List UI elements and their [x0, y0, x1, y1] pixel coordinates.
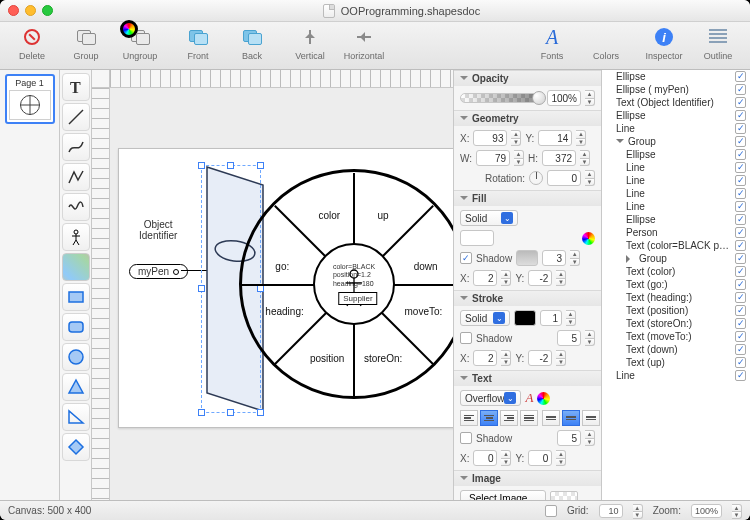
stepper[interactable]: ▲▼ [501, 270, 511, 286]
outline-row[interactable]: Ellipse✓ [602, 213, 750, 226]
select-image-button[interactable]: Select Image… [460, 490, 546, 500]
align-vertical-button[interactable]: Vertical [288, 24, 332, 61]
stepper[interactable]: ▲▼ [585, 430, 595, 446]
colors-button[interactable]: Colors [584, 24, 628, 61]
stroke-mode-dropdown[interactable]: Solid⌄ [460, 310, 510, 326]
visibility-checkbox[interactable]: ✓ [735, 162, 746, 173]
resize-handle[interactable] [257, 409, 264, 416]
disclosure-triangle-icon[interactable] [626, 255, 634, 263]
v-align-segmented[interactable] [542, 410, 600, 426]
stroke-shadow-x[interactable]: 2 [473, 350, 497, 366]
outline-row[interactable]: Ellipse✓ [602, 70, 750, 83]
resize-handle[interactable] [227, 409, 234, 416]
bezier-tool[interactable] [62, 133, 90, 161]
outline-row[interactable]: Text (storeOn:)✓ [602, 317, 750, 330]
shadow-color-swatch[interactable] [516, 250, 538, 266]
stroke-shadow-blur[interactable]: 5 [557, 330, 581, 346]
stepper[interactable]: ▲▼ [585, 170, 595, 186]
traffic-lights[interactable] [8, 5, 53, 16]
text-shadow-blur[interactable]: 5 [557, 430, 581, 446]
geom-h[interactable]: 372 [542, 150, 576, 166]
resize-handle[interactable] [198, 285, 205, 292]
shadow-y[interactable]: -2 [528, 270, 552, 286]
zoom-value[interactable]: 100% [691, 504, 722, 518]
stepper[interactable]: ▲▼ [501, 350, 511, 366]
fill-shadow-checkbox[interactable]: ✓ [460, 252, 472, 264]
visibility-checkbox[interactable]: ✓ [735, 357, 746, 368]
person-tool[interactable] [62, 223, 90, 251]
visibility-checkbox[interactable]: ✓ [735, 214, 746, 225]
stepper[interactable]: ▲▼ [556, 270, 566, 286]
geom-x[interactable]: 93 [473, 130, 507, 146]
fill-mode-dropdown[interactable]: Solid⌄ [460, 210, 518, 226]
text-shadow-checkbox[interactable] [460, 432, 472, 444]
visibility-checkbox[interactable]: ✓ [735, 97, 746, 108]
visibility-checkbox[interactable]: ✓ [735, 344, 746, 355]
outline-button[interactable]: Outline [696, 24, 740, 61]
rect-tool[interactable] [62, 283, 90, 311]
outline-row[interactable]: Text (position)✓ [602, 304, 750, 317]
outline-row[interactable]: Text (color=BLACK posit…✓ [602, 239, 750, 252]
visibility-checkbox[interactable]: ✓ [735, 370, 746, 381]
stroke-width[interactable]: 1 [540, 310, 562, 326]
diamond-tool[interactable] [62, 433, 90, 461]
section-header-stroke[interactable]: Stroke [454, 291, 601, 306]
stepper[interactable]: ▲▼ [556, 450, 566, 466]
outline-row[interactable]: Line✓ [602, 187, 750, 200]
ruler-vertical[interactable] [92, 88, 110, 500]
visibility-checkbox[interactable]: ✓ [735, 240, 746, 251]
line-tool[interactable] [62, 103, 90, 131]
stroke-color-swatch[interactable] [514, 310, 536, 326]
visibility-checkbox[interactable]: ✓ [735, 318, 746, 329]
visibility-checkbox[interactable]: ✓ [735, 253, 746, 264]
inspector-button[interactable]: i Inspector [642, 24, 686, 61]
stepper[interactable]: ▲▼ [576, 130, 586, 146]
visibility-checkbox[interactable]: ✓ [735, 110, 746, 121]
section-header-image[interactable]: Image [454, 471, 601, 486]
zoom-window-icon[interactable] [42, 5, 53, 16]
visibility-checkbox[interactable]: ✓ [735, 71, 746, 82]
outline-row[interactable]: Line✓ [602, 122, 750, 135]
outline-row[interactable]: Ellipse✓ [602, 109, 750, 122]
front-button[interactable]: Front [176, 24, 220, 61]
outline-row[interactable]: Text (go:)✓ [602, 278, 750, 291]
section-header-geometry[interactable]: Geometry [454, 111, 601, 126]
shadow-x[interactable]: 2 [473, 270, 497, 286]
grid-checkbox[interactable] [545, 505, 557, 517]
stepper[interactable]: ▲▼ [556, 350, 566, 366]
outline-row[interactable]: Line✓ [602, 369, 750, 382]
section-header-fill[interactable]: Fill [454, 191, 601, 206]
stepper[interactable]: ▲▼ [570, 250, 580, 266]
outline-row[interactable]: Ellipse ( myPen)✓ [602, 83, 750, 96]
outline-row[interactable]: Line✓ [602, 161, 750, 174]
visibility-checkbox[interactable]: ✓ [735, 292, 746, 303]
opacity-slider[interactable] [460, 93, 543, 103]
ruler-horizontal[interactable] [110, 70, 453, 88]
visibility-checkbox[interactable]: ✓ [735, 123, 746, 134]
visibility-checkbox[interactable]: ✓ [735, 149, 746, 160]
rotation-dial[interactable] [529, 171, 543, 185]
fonts-icon[interactable]: A [525, 390, 533, 406]
freehand-tool[interactable] [62, 193, 90, 221]
resize-handle[interactable] [257, 162, 264, 169]
triangle-tool[interactable] [62, 373, 90, 401]
visibility-checkbox[interactable]: ✓ [735, 84, 746, 95]
stepper[interactable]: ▲▼ [511, 130, 521, 146]
page-thumb-1[interactable]: Page 1 [5, 74, 55, 124]
artboard[interactable]: Object Identifier myPen [118, 148, 453, 428]
stepper[interactable]: ▲▼ [580, 150, 590, 166]
visibility-checkbox[interactable]: ✓ [735, 136, 746, 147]
outline-row[interactable]: Text (down)✓ [602, 343, 750, 356]
grid-stepper[interactable]: ▲▼ [633, 504, 643, 518]
fonts-button[interactable]: A Fonts [530, 24, 574, 61]
visibility-checkbox[interactable]: ✓ [735, 305, 746, 316]
stroke-shadow-checkbox[interactable] [460, 332, 472, 344]
outline-row[interactable]: Line✓ [602, 174, 750, 187]
close-window-icon[interactable] [8, 5, 19, 16]
outline-row[interactable]: Text (Object Identifier)✓ [602, 96, 750, 109]
fill-color-swatch[interactable] [460, 230, 494, 246]
align-horizontal-button[interactable]: Horizontal [342, 24, 386, 61]
visibility-checkbox[interactable]: ✓ [735, 279, 746, 290]
outline-row[interactable]: Text (moveTo:)✓ [602, 330, 750, 343]
group-button[interactable]: Group [64, 24, 108, 61]
